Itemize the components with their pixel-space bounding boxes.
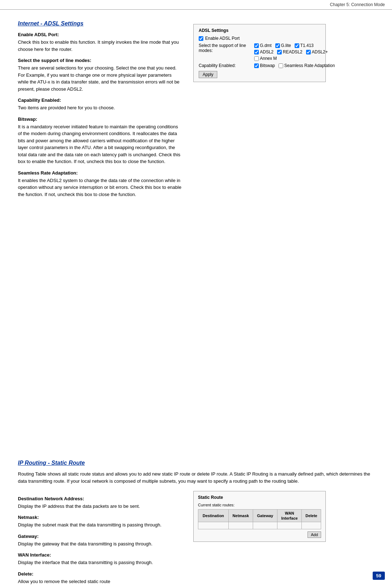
capability-heading: Capability Enabled: bbox=[18, 97, 183, 103]
chapter-title: Chapter 5: Connection Mode bbox=[330, 2, 385, 7]
glite-checkbox[interactable] bbox=[275, 43, 280, 48]
seamless-item: Seamless Rate Adaptation bbox=[279, 63, 335, 68]
destination-body: Display the IP address that the data pac… bbox=[18, 503, 183, 510]
col-delete: Delete bbox=[302, 509, 321, 522]
table-header-row: Destination Netmask Gateway WANInterface… bbox=[198, 509, 321, 522]
t1413-checkbox[interactable] bbox=[295, 43, 299, 48]
current-routes-label: Current static routes: bbox=[198, 503, 321, 507]
static-route-table: Destination Netmask Gateway WANInterface… bbox=[198, 509, 321, 530]
apply-button[interactable]: Apply bbox=[199, 71, 217, 78]
cell-wan-interface bbox=[277, 522, 301, 529]
annexm-checkbox[interactable] bbox=[254, 56, 259, 61]
adsl-left-column: Internet - ADSL Settings Enable ADSL Por… bbox=[18, 20, 183, 445]
adsl2-checkbox[interactable] bbox=[254, 50, 259, 54]
capability-checkboxes: Bitswap Seamless Rate Adaptation bbox=[254, 63, 335, 68]
capability-body: Two items are provided here for you to c… bbox=[18, 104, 183, 111]
line-modes-checkboxes: G.dmt G.lite T1.413 bbox=[254, 43, 328, 61]
delete-heading: Delete: bbox=[18, 571, 183, 577]
adsl2plus-checkbox[interactable] bbox=[306, 50, 311, 54]
adsl2plus-label: ADSL2+ bbox=[312, 49, 328, 54]
enable-adsl-label: Enable ADSL Port bbox=[205, 36, 239, 41]
line-modes-row2: ADSL2 READSL2 ADSL2+ bbox=[254, 49, 328, 54]
table-row bbox=[198, 522, 321, 529]
capability-row-label: Capability Enabled: bbox=[199, 63, 254, 68]
t1413-label: T1.413 bbox=[300, 43, 314, 48]
static-route-panel: Static Route Current static routes: Dest… bbox=[193, 491, 326, 542]
bitswap-cap-label: Bitswap bbox=[260, 63, 275, 68]
col-netmask: Netmask bbox=[228, 509, 253, 522]
enable-adsl-row: Enable ADSL Port bbox=[199, 36, 320, 41]
ip-routing-description: Routing Table shows all static route sta… bbox=[18, 471, 378, 485]
bitswap-heading: Bitswap: bbox=[18, 116, 183, 122]
adsl-content-area: Internet - ADSL Settings Enable ADSL Por… bbox=[0, 10, 392, 460]
destination-heading: Destination Network Address: bbox=[18, 496, 183, 501]
ip-routing-section: IP Routing - Static Route Routing Table … bbox=[0, 460, 392, 587]
delete-body: Allow you to remove the selected static … bbox=[18, 578, 183, 585]
line-modes-row3: Annex M bbox=[254, 56, 328, 61]
gdmt-item: G.dmt bbox=[254, 43, 272, 48]
readsl2-checkbox[interactable] bbox=[277, 50, 282, 54]
bitswap-item: Bitswap bbox=[254, 63, 275, 68]
seamless-cap-label: Seamless Rate Adaptation bbox=[284, 63, 335, 68]
readsl2-label: READSL2 bbox=[283, 49, 303, 54]
routing-content: Destination Network Address: Display the… bbox=[18, 491, 378, 587]
annexm-label: Annex M bbox=[260, 56, 277, 61]
col-gateway: Gateway bbox=[253, 509, 277, 522]
seamless-body: It enables the ADSL2 system to change th… bbox=[18, 177, 183, 198]
gdmt-checkbox[interactable] bbox=[254, 43, 259, 48]
netmask-heading: Netmask: bbox=[18, 515, 183, 520]
adsl2plus-item: ADSL2+ bbox=[306, 49, 328, 54]
col-destination: Destination bbox=[198, 509, 229, 522]
enable-adsl-heading: Enable ADSL Port: bbox=[18, 32, 183, 37]
gateway-heading: Gateway: bbox=[18, 534, 183, 539]
enable-adsl-checkbox[interactable] bbox=[199, 36, 203, 41]
glite-item: G.lite bbox=[275, 43, 291, 48]
cell-netmask bbox=[228, 522, 253, 529]
cell-delete bbox=[302, 522, 321, 529]
adsl-settings-panel: ADSL Settings Enable ADSL Port Select th… bbox=[193, 24, 326, 82]
bitswap-body: It is a mandatory receiver initiated fea… bbox=[18, 123, 183, 165]
bitswap-checkbox[interactable] bbox=[254, 63, 259, 68]
gdmt-label: G.dmt bbox=[260, 43, 272, 48]
page-number: 59 bbox=[373, 572, 385, 580]
ip-routing-title: IP Routing - Static Route bbox=[18, 460, 378, 466]
line-modes-row-label: Select the support of line modes: bbox=[199, 43, 254, 53]
annexm-item: Annex M bbox=[254, 56, 277, 61]
line-modes-row1: G.dmt G.lite T1.413 bbox=[254, 43, 328, 48]
adsl2-label: ADSL2 bbox=[260, 49, 274, 54]
adsl-right-column: ADSL Settings Enable ADSL Port Select th… bbox=[193, 20, 337, 445]
netmask-body: Display the subnet mask that the data tr… bbox=[18, 521, 183, 529]
adsl2-item: ADSL2 bbox=[254, 49, 274, 54]
readsl2-item: READSL2 bbox=[277, 49, 303, 54]
static-route-title: Static Route bbox=[198, 495, 321, 500]
seamless-checkbox[interactable] bbox=[279, 63, 283, 68]
page-container: Chapter 5: Connection Mode Internet - AD… bbox=[0, 0, 392, 587]
glite-label: G.lite bbox=[281, 43, 291, 48]
line-modes-heading: Select the support of line modes: bbox=[18, 58, 183, 63]
capability-row: Capability Enabled: Bitswap Seamless Rat… bbox=[199, 63, 320, 68]
col-wan-interface: WANInterface bbox=[277, 509, 301, 522]
gateway-body: Display the gateway that the data transm… bbox=[18, 540, 183, 548]
seamless-heading: Seamless Rate Adaptation: bbox=[18, 170, 183, 176]
routing-left: Destination Network Address: Display the… bbox=[18, 491, 183, 587]
adsl-panel-title: ADSL Settings bbox=[199, 28, 320, 33]
line-modes-row: Select the support of line modes: G.dmt … bbox=[199, 43, 320, 61]
wan-interface-body: Display the interface that the data tran… bbox=[18, 559, 183, 566]
chapter-header: Chapter 5: Connection Mode bbox=[0, 0, 392, 10]
add-button[interactable]: Add bbox=[308, 531, 321, 538]
routing-right: Static Route Current static routes: Dest… bbox=[193, 491, 329, 587]
cell-destination bbox=[198, 522, 229, 529]
adsl-section-title: Internet - ADSL Settings bbox=[18, 20, 183, 27]
line-modes-body: There are several selections for your ch… bbox=[18, 65, 183, 92]
cell-gateway bbox=[253, 522, 277, 529]
t1413-item: T1.413 bbox=[295, 43, 314, 48]
wan-interface-heading: WAN Interface: bbox=[18, 552, 183, 558]
enable-adsl-body: Check this box to enable this function. … bbox=[18, 39, 183, 53]
